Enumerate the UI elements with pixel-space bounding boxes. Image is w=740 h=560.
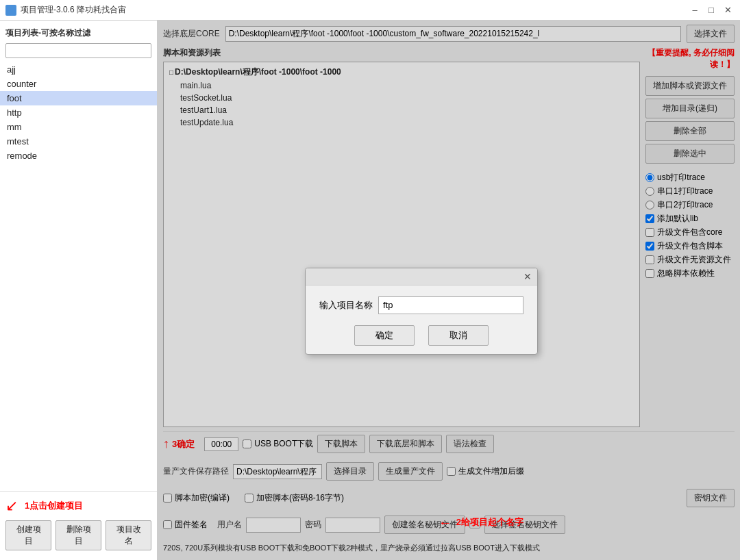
modal-dialog: ✕ 输入项目名称 ← 2给项目起个名字	[305, 268, 538, 355]
right-panel: 选择底层CORE D:\Desktop\learn\程序\foot -1000\…	[158, 21, 740, 560]
arrow-2-icon: ←	[439, 515, 452, 531]
modal-buttons: 确定 取消	[319, 325, 523, 346]
minimize-button[interactable]: –	[688, 3, 702, 17]
app-icon	[5, 5, 16, 16]
modal-confirm-button[interactable]: 确定	[354, 325, 415, 346]
left-bottom: ↙ 1点击创建项目 创建项目 删除项目 项目改名	[0, 491, 157, 556]
modal-project-name-input[interactable]	[378, 296, 523, 314]
bottom-buttons: 创建项目 删除项目 项目改名	[5, 520, 151, 550]
modal-overlay: ✕ 输入项目名称 ← 2给项目起个名字	[158, 21, 740, 560]
rename-project-button[interactable]: 项目改名	[106, 520, 151, 550]
close-button[interactable]: ✕	[721, 3, 735, 17]
project-item-mm[interactable]: mm	[0, 120, 157, 134]
project-item-foot[interactable]: foot	[0, 91, 157, 105]
project-item-mtest[interactable]: mtest	[0, 134, 157, 149]
left-panel: 项目列表-可按名称过滤 ajj counter foot http mm mte…	[0, 21, 158, 560]
annotation-2: 2给项目起个名字	[456, 516, 523, 529]
main-window: 项目管理-3.0.6 降功耗找合宙 – □ ✕ 项目列表-可按名称过滤 ajj …	[0, 0, 740, 560]
modal-input-label: 输入项目名称	[319, 299, 373, 311]
project-item-counter[interactable]: counter	[0, 77, 157, 91]
create-project-button[interactable]: 创建项目	[5, 520, 51, 550]
annotation-1: 1点击创建项目	[22, 500, 86, 512]
project-item-remode[interactable]: remode	[0, 149, 157, 163]
modal-cancel-button[interactable]: 取消	[428, 325, 489, 346]
project-filter-input[interactable]	[5, 43, 151, 58]
main-content: 项目列表-可按名称过滤 ajj counter foot http mm mte…	[0, 21, 740, 560]
arrow-1-icon: ↙	[5, 497, 18, 515]
modal-header: ✕	[306, 268, 537, 285]
maximize-button[interactable]: □	[704, 3, 718, 17]
delete-project-button[interactable]: 删除项目	[56, 520, 101, 550]
window-controls: – □ ✕	[688, 3, 735, 17]
annotation-2-area: ← 2给项目起个名字	[439, 515, 523, 531]
modal-body: 输入项目名称 ← 2给项目起个名字 确定 取消	[306, 285, 537, 354]
window-title: 项目管理-3.0.6 降功耗找合宙	[21, 4, 688, 16]
project-item-http[interactable]: http	[0, 105, 157, 120]
project-list-title: 项目列表-可按名称过滤	[0, 25, 157, 43]
project-list: ajj counter foot http mm mtest remode	[0, 62, 157, 491]
modal-field-row: 输入项目名称 ← 2给项目起个名字	[319, 296, 523, 314]
project-item-ajj[interactable]: ajj	[0, 62, 157, 77]
modal-close-button[interactable]: ✕	[523, 271, 532, 282]
title-bar: 项目管理-3.0.6 降功耗找合宙 – □ ✕	[0, 0, 740, 21]
